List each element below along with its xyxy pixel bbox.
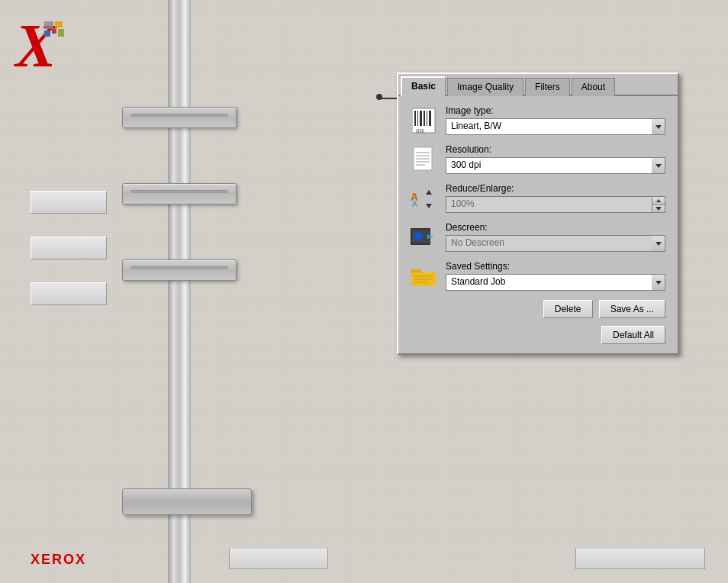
svg-text:|||||||: |||||||	[416, 128, 424, 133]
descreen-dropdown-btn[interactable]	[652, 235, 665, 252]
saved-settings-row: Saved Settings: Standard Job	[411, 261, 665, 291]
default-all-row: Default All	[411, 326, 665, 344]
image-type-label: Image type:	[446, 105, 665, 116]
descreen-input[interactable]: No Descreen	[446, 235, 652, 252]
resolution-dropdown-btn[interactable]	[652, 157, 665, 174]
resolution-arrow-icon	[656, 164, 662, 168]
svg-rect-8	[420, 111, 422, 126]
resolution-group: Resolution: 300 dpi	[446, 144, 665, 174]
side-button-2	[31, 237, 107, 259]
descreen-group: Descreen: No Descreen	[446, 222, 665, 252]
delete-button[interactable]: Delete	[543, 300, 593, 318]
image-type-group: Image type: Lineart, B/W	[446, 105, 665, 135]
resolution-icon-wrapper	[411, 146, 438, 173]
document-icon	[413, 147, 436, 172]
saved-settings-dropdown-wrapper: Standard Job	[446, 274, 665, 291]
scanner-tray-middle	[122, 183, 237, 205]
svg-marker-23	[426, 204, 432, 208]
logo-area: X	[15, 15, 56, 76]
resize-icon: A A	[411, 187, 438, 210]
tab-about[interactable]: About	[572, 78, 615, 96]
dialog-panel: Basic Image Quality Filters About ||||||	[397, 72, 679, 355]
save-as-button[interactable]: Save As ...	[599, 300, 665, 318]
resolution-dropdown-wrapper: 300 dpi	[446, 157, 665, 174]
svg-rect-0	[44, 21, 53, 29]
reduce-enlarge-dropdown-wrapper: 100%	[446, 196, 665, 213]
reduce-enlarge-spin	[652, 196, 665, 213]
action-buttons: Delete Save As ...	[411, 300, 665, 318]
saved-settings-icon-wrapper	[411, 263, 438, 290]
panel-content: ||||||| Image type: Lineart, B/W	[398, 96, 678, 353]
descreen-row: Descreen: No Descreen	[411, 222, 665, 252]
tab-bar: Basic Image Quality Filters About	[398, 74, 678, 96]
descreen-icon-wrapper	[411, 224, 438, 251]
reduce-enlarge-icon-wrapper: A A	[411, 185, 438, 212]
scanner-tray-bottom	[122, 259, 237, 281]
tab-image-quality[interactable]: Image Quality	[447, 78, 523, 96]
side-button-3	[31, 282, 107, 305]
svg-rect-11	[429, 111, 431, 126]
svg-rect-9	[424, 111, 425, 126]
saved-settings-group: Saved Settings: Standard Job	[446, 261, 665, 291]
image-type-row: ||||||| Image type: Lineart, B/W	[411, 105, 665, 135]
reduce-enlarge-up-btn[interactable]	[652, 196, 665, 205]
reduce-enlarge-input[interactable]: 100%	[446, 196, 652, 213]
descreen-dropdown-wrapper: No Descreen	[446, 235, 665, 252]
image-type-icon-wrapper: |||||||	[411, 107, 438, 134]
bottom-left-button[interactable]	[229, 548, 328, 569]
tab-filters[interactable]: Filters	[525, 78, 570, 96]
logo-icon	[44, 21, 71, 40]
svg-rect-3	[52, 29, 56, 34]
image-type-dropdown-btn[interactable]	[652, 118, 665, 135]
resolution-label: Resolution:	[446, 144, 665, 155]
svg-text:A: A	[412, 200, 417, 208]
descreen-arrow-icon	[656, 242, 662, 246]
svg-rect-10	[427, 111, 427, 126]
folder-icon	[411, 265, 437, 288]
svg-rect-4	[58, 29, 64, 37]
saved-settings-dropdown-btn[interactable]	[652, 274, 665, 291]
tab-basic[interactable]: Basic	[401, 76, 446, 96]
reduce-enlarge-down-btn[interactable]	[652, 205, 665, 213]
reduce-enlarge-group: Reduce/Enlarge: 100%	[446, 183, 665, 213]
bottom-right-button[interactable]	[575, 548, 705, 569]
reduce-enlarge-row: A A Reduce/Enlarge: 100%	[411, 183, 665, 213]
descreen-icon	[411, 225, 438, 250]
svg-point-26	[414, 232, 423, 241]
saved-settings-input[interactable]: Standard Job	[446, 274, 652, 291]
scanner-tray-large	[122, 488, 252, 515]
side-button-1	[31, 191, 107, 214]
reduce-enlarge-down-icon	[656, 207, 662, 211]
resolution-row: Resolution: 300 dpi	[411, 144, 665, 174]
svg-marker-22	[426, 190, 432, 195]
saved-settings-arrow-icon	[656, 281, 662, 285]
image-type-input[interactable]: Lineart, B/W	[446, 118, 652, 135]
descreen-label: Descreen:	[446, 222, 665, 233]
svg-rect-1	[55, 21, 63, 27]
reduce-enlarge-label: Reduce/Enlarge:	[446, 183, 665, 194]
image-type-dropdown-wrapper: Lineart, B/W	[446, 118, 665, 135]
svg-rect-2	[44, 31, 50, 37]
default-all-button[interactable]: Default All	[601, 326, 665, 344]
resolution-input[interactable]: 300 dpi	[446, 157, 652, 174]
saved-settings-label: Saved Settings:	[446, 261, 665, 272]
scanner-tray-top	[122, 107, 237, 128]
svg-rect-7	[417, 111, 418, 126]
svg-rect-6	[414, 111, 416, 126]
reduce-enlarge-up-icon	[656, 199, 661, 202]
brand-label: XEROX	[31, 552, 86, 568]
image-type-arrow-icon	[656, 125, 662, 129]
barcode-icon: |||||||	[412, 107, 436, 134]
